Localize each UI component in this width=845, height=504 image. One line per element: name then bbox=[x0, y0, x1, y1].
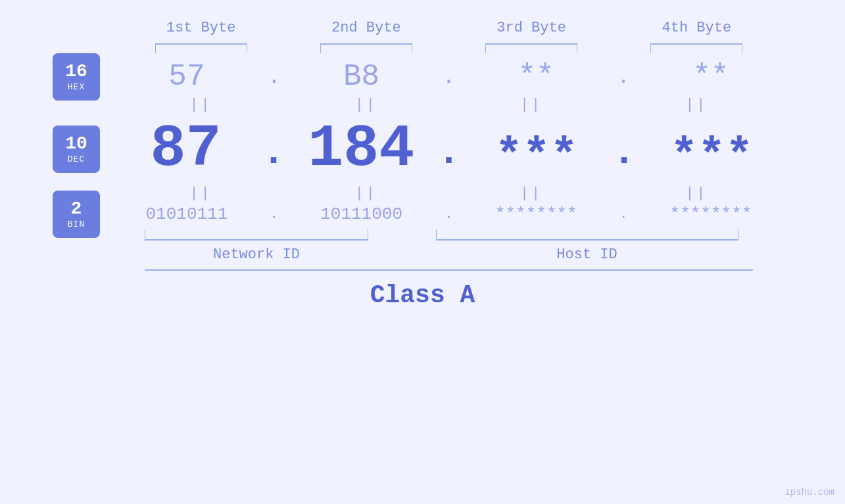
bracket-cell-3 bbox=[472, 41, 591, 53]
dec-byte3: *** bbox=[477, 131, 596, 183]
bracket-cell-2 bbox=[307, 41, 425, 53]
dec-row: 10 DEC 87 . 184 . *** . *** bbox=[118, 116, 779, 183]
byte-headers: 1st Byte 2nd Byte 3rd Byte 4th Byte bbox=[118, 0, 779, 36]
eq1-b3: || bbox=[472, 97, 591, 113]
bin-sep3: . bbox=[614, 206, 633, 223]
dec-byte2: 184 bbox=[302, 116, 420, 183]
bottom-brackets-row: Network ID Host ID bbox=[118, 229, 779, 263]
bin-sep1: . bbox=[264, 206, 284, 223]
main-container: 1st Byte 2nd Byte 3rd Byte 4th Byte bbox=[0, 0, 845, 504]
dec-bytes-row: 87 . 184 . *** . *** bbox=[118, 116, 779, 183]
bracket-cell-1 bbox=[142, 41, 260, 53]
class-label: Class A bbox=[370, 281, 475, 309]
equals-row-1: || || || || bbox=[118, 97, 779, 113]
dec-byte1: 87 bbox=[127, 116, 245, 183]
dec-byte4: *** bbox=[652, 131, 771, 183]
hex-byte2: B8 bbox=[302, 60, 421, 94]
dec-sep3: . bbox=[612, 130, 636, 175]
hex-row: 16 HEX 57 . B8 . ** . ** bbox=[118, 60, 779, 94]
hex-sep3: . bbox=[614, 65, 633, 89]
class-line-svg bbox=[145, 269, 753, 271]
dec-sep1: . bbox=[262, 130, 285, 175]
eq2-b4: || bbox=[637, 185, 756, 202]
equals-row-2: || || || || bbox=[118, 185, 779, 202]
network-id-bracket: Network ID bbox=[118, 229, 395, 263]
bin-byte2: 10111000 bbox=[302, 204, 421, 224]
hex-byte1: 57 bbox=[128, 60, 246, 94]
hex-bytes-row: 57 . B8 . ** . ** bbox=[118, 60, 779, 94]
bin-byte3: ******** bbox=[477, 204, 595, 224]
dec-sep2: . bbox=[437, 130, 460, 175]
bin-byte1: 01010111 bbox=[128, 204, 246, 224]
byte4-header: 4th Byte bbox=[637, 20, 756, 36]
hex-badge: 16 HEX bbox=[53, 53, 100, 101]
eq2-b2: || bbox=[307, 185, 425, 202]
bin-bytes-row: 01010111 . 10111000 . ******** . *******… bbox=[118, 204, 779, 224]
hex-byte4: ** bbox=[652, 60, 770, 94]
byte3-header: 3rd Byte bbox=[472, 20, 591, 36]
top-brackets bbox=[118, 41, 779, 53]
bin-row: 2 BIN 01010111 . 10111000 . ******** . *… bbox=[118, 204, 779, 224]
byte2-header: 2nd Byte bbox=[307, 20, 425, 36]
network-bracket-svg bbox=[145, 229, 368, 242]
host-bracket-svg bbox=[436, 229, 738, 242]
host-id-bracket: Host ID bbox=[395, 229, 779, 263]
bracket-cell-4 bbox=[637, 41, 756, 53]
bin-badge: 2 BIN bbox=[53, 191, 100, 238]
eq2-b3: || bbox=[472, 185, 591, 202]
eq1-b2: || bbox=[307, 97, 425, 113]
host-id-label: Host ID bbox=[556, 246, 617, 263]
hex-byte3: ** bbox=[477, 60, 595, 94]
bin-byte4: ******** bbox=[652, 204, 770, 224]
eq2-b1: || bbox=[142, 185, 260, 202]
network-id-label: Network ID bbox=[213, 246, 300, 263]
bin-sep2: . bbox=[439, 206, 458, 223]
hex-sep1: . bbox=[264, 65, 284, 89]
watermark: ipshu.com bbox=[785, 487, 834, 497]
main-area: 16 HEX 57 . B8 . ** . ** || || || || 10 bbox=[118, 60, 779, 263]
class-row: Class A bbox=[92, 269, 753, 309]
byte1-header: 1st Byte bbox=[142, 20, 260, 36]
hex-sep2: . bbox=[439, 65, 458, 89]
eq1-b1: || bbox=[142, 97, 260, 113]
eq1-b4: || bbox=[637, 97, 756, 113]
dec-badge: 10 DEC bbox=[53, 126, 100, 173]
